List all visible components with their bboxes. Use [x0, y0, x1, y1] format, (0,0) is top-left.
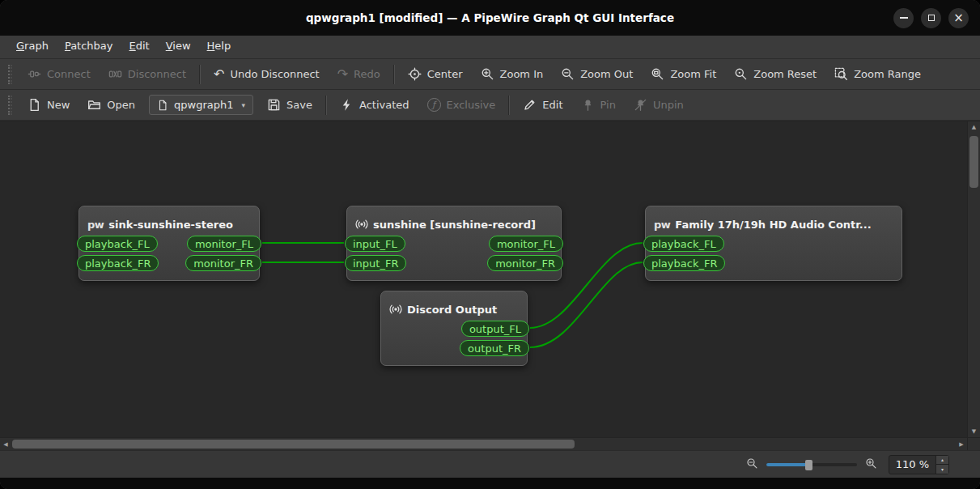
node-sunshine-record[interactable]: sunshine [sunshine-record] input_FL inpu…: [346, 206, 562, 281]
pin-button[interactable]: Pin: [572, 94, 625, 116]
connect-label: Connect: [47, 68, 91, 80]
undo-disconnect-button[interactable]: ↶ Undo Disconnect: [205, 64, 329, 85]
spin-up-button[interactable]: ▴: [936, 456, 948, 466]
patchbay-file-icon: [157, 100, 168, 111]
sink-port-playback-fr[interactable]: playback_FR: [77, 255, 159, 271]
patchbay-toolbar: New Open qpwgraph1 ▾ Save Activated ƒ Ex…: [0, 90, 980, 121]
scroll-up-arrow[interactable]: ▲: [968, 121, 980, 133]
zoom-range-icon: [834, 67, 848, 81]
maximize-button[interactable]: [921, 8, 941, 28]
connect-button[interactable]: Connect: [19, 63, 100, 85]
zoom-reset-button[interactable]: Zoom Reset: [725, 63, 825, 85]
spin-down-button[interactable]: ▾: [936, 465, 948, 474]
new-patchbay-button[interactable]: New: [19, 94, 78, 116]
scroll-left-arrow[interactable]: ◀: [0, 438, 11, 450]
horizontal-scroll-thumb[interactable]: [12, 440, 575, 449]
vertical-scrollbar[interactable]: ▲ ▼: [967, 121, 980, 437]
horizontal-scroll-track[interactable]: [11, 438, 956, 450]
exclusive-label: Exclusive: [447, 99, 496, 111]
sunshine-port-input-fr[interactable]: input_FR: [345, 255, 406, 271]
zoom-value[interactable]: 110 %: [889, 456, 935, 474]
discord-port-output-fl[interactable]: output_FL: [461, 321, 529, 337]
undo-disconnect-label: Undo Disconnect: [230, 68, 319, 80]
zoom-slider-thumb[interactable]: [805, 460, 812, 470]
family-port-playback-fr[interactable]: playback_FR: [643, 255, 725, 271]
close-button[interactable]: ×: [948, 8, 969, 28]
disconnect-label: Disconnect: [128, 68, 186, 80]
activated-label: Activated: [359, 99, 409, 111]
sunshine-port-monitor-fl[interactable]: monitor_FL: [489, 236, 563, 252]
zoom-out-button[interactable]: Zoom Out: [552, 63, 642, 85]
zoom-slider[interactable]: [766, 457, 857, 472]
discord-port-output-fr[interactable]: output_FR: [460, 340, 529, 356]
zoom-out-icon[interactable]: [746, 457, 758, 472]
audio-device-icon: [389, 303, 402, 316]
zoom-fit-button[interactable]: Zoom Fit: [642, 63, 725, 85]
redo-button[interactable]: ↷ Redo: [329, 64, 389, 85]
center-button[interactable]: Center: [399, 63, 472, 85]
sink-port-monitor-fl[interactable]: monitor_FL: [187, 236, 261, 252]
toolbar-separator: [199, 65, 201, 84]
menu-help[interactable]: Help: [199, 36, 240, 58]
sunshine-port-input-fl[interactable]: input_FL: [345, 236, 405, 252]
unpin-button[interactable]: Unpin: [625, 94, 693, 116]
vertical-scroll-thumb[interactable]: [969, 136, 978, 188]
sink-port-playback-fl[interactable]: playback_FL: [77, 236, 158, 252]
menu-view[interactable]: View: [158, 36, 199, 58]
activated-toggle[interactable]: Activated: [331, 94, 418, 116]
pencil-icon: [523, 98, 537, 112]
open-patchbay-button[interactable]: Open: [78, 94, 144, 116]
horizontal-scrollbar[interactable]: ◀ ▶: [0, 437, 967, 450]
zoom-fit-label: Zoom Fit: [670, 68, 716, 80]
sunshine-port-monitor-fr[interactable]: monitor_FR: [487, 255, 563, 271]
scroll-down-arrow[interactable]: ▼: [968, 426, 980, 437]
graph-area: pw sink-sunshine-stereo playback_FL play…: [0, 121, 980, 450]
save-patchbay-button[interactable]: Save: [258, 94, 321, 116]
disconnect-icon: [108, 67, 122, 81]
menu-edit[interactable]: Edit: [121, 36, 158, 58]
sink-port-monitor-fr[interactable]: monitor_FR: [185, 255, 261, 271]
exclusive-toggle[interactable]: ƒ Exclusive: [418, 94, 505, 116]
node-sink-sunshine-stereo[interactable]: pw sink-sunshine-stereo playback_FL play…: [78, 206, 260, 281]
toolbar-handle[interactable]: [8, 65, 12, 84]
node-discord-output[interactable]: Discord Output output_FL output_FR: [380, 291, 528, 366]
zoom-range-button[interactable]: Zoom Range: [825, 63, 930, 85]
close-icon: ×: [953, 12, 964, 24]
zoom-spinbox[interactable]: 110 % ▴ ▾: [889, 455, 949, 474]
pin-label: Pin: [600, 99, 616, 111]
center-icon: [408, 67, 422, 81]
save-icon: [267, 98, 281, 112]
minimize-button[interactable]: [893, 8, 914, 28]
zoom-in-button[interactable]: Zoom In: [472, 63, 553, 85]
zoom-in-icon[interactable]: [865, 457, 877, 472]
zoom-reset-icon: [734, 67, 748, 81]
redo-label: Redo: [354, 68, 380, 80]
save-label: Save: [286, 99, 312, 111]
toolbar-handle[interactable]: [8, 96, 12, 115]
family-port-playback-fl[interactable]: playback_FL: [643, 236, 724, 252]
pipewire-icon: pw: [654, 219, 670, 231]
node-title-row: pw Family 17h/19h HD Audio Contr...: [646, 215, 902, 234]
scroll-right-arrow[interactable]: ▶: [956, 438, 967, 450]
titlebar[interactable]: qpwgraph1 [modified] — A PipeWire Graph …: [0, 0, 980, 36]
graph-canvas[interactable]: pw sink-sunshine-stereo playback_FL play…: [0, 121, 967, 437]
unpin-icon: [634, 98, 647, 112]
statusbar: 110 % ▴ ▾: [0, 450, 980, 478]
zoom-fit-icon: [651, 67, 664, 81]
zoom-slider-fill: [766, 463, 808, 466]
center-label: Center: [427, 68, 463, 80]
node-title: sunshine [sunshine-record]: [373, 219, 536, 231]
zoom-reset-label: Zoom Reset: [753, 68, 817, 80]
menu-patchbay[interactable]: Patchbay: [57, 36, 121, 58]
connect-icon: [28, 67, 41, 81]
disconnect-button[interactable]: Disconnect: [100, 63, 195, 85]
menubar: Graph Patchbay Edit View Help: [0, 36, 980, 59]
menu-graph[interactable]: Graph: [8, 36, 57, 58]
edit-patchbay-button[interactable]: Edit: [514, 94, 571, 116]
maximize-icon: [928, 15, 935, 21]
node-family-hd-audio[interactable]: pw Family 17h/19h HD Audio Contr... play…: [645, 206, 902, 281]
vertical-scroll-track[interactable]: [968, 133, 980, 426]
edit-label: Edit: [542, 99, 562, 111]
node-title-row: sunshine [sunshine-record]: [347, 215, 561, 234]
patchbay-select[interactable]: qpwgraph1 ▾: [149, 95, 253, 115]
